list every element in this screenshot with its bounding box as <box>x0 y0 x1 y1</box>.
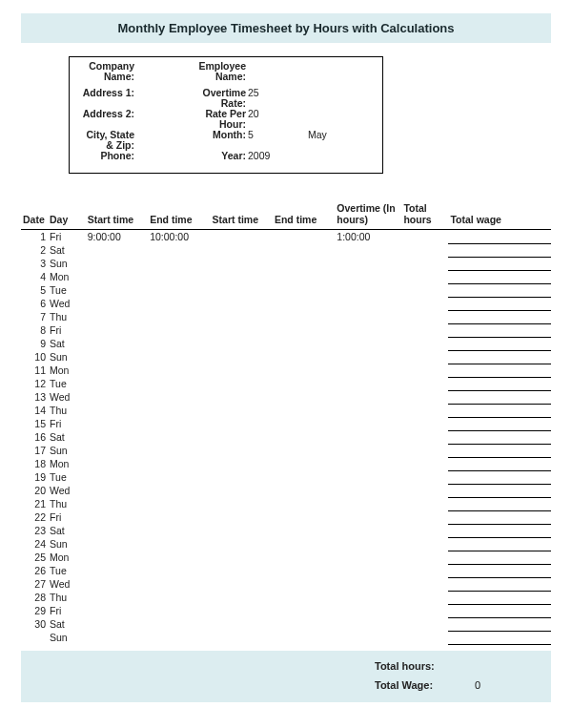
start2-cell <box>211 617 273 631</box>
date-cell: 15 <box>21 417 48 430</box>
end1-cell <box>148 591 210 604</box>
timesheet-table: Date Day Start time End time Start time … <box>21 200 551 645</box>
total-wage-cell <box>448 417 551 430</box>
start2-cell <box>211 470 273 484</box>
table-row: 13Wed <box>21 390 551 404</box>
end2-cell <box>273 430 335 444</box>
day-cell: Tue <box>48 377 86 390</box>
start1-cell <box>86 577 148 591</box>
info-box: Company Name: Employee Name: Address 1: … <box>69 56 383 174</box>
total-wage-cell <box>448 297 551 310</box>
overtime-cell <box>335 364 401 377</box>
total-hours-cell <box>401 243 448 257</box>
start2-cell <box>211 310 273 323</box>
end1-cell <box>148 283 210 297</box>
overtime-cell <box>335 631 401 644</box>
end2-cell <box>273 591 335 604</box>
start2-cell <box>211 551 273 564</box>
start1-cell: 9:00:00 <box>86 230 148 244</box>
table-row: 24Sun <box>21 537 551 551</box>
start1-cell <box>86 243 148 257</box>
total-wage-cell <box>448 631 551 644</box>
start1-cell <box>86 337 148 350</box>
day-cell: Sun <box>48 257 86 270</box>
total-hours-cell <box>401 497 448 510</box>
total-wage-cell <box>448 524 551 537</box>
overtime-cell <box>335 470 401 484</box>
total-wage-cell <box>448 243 551 257</box>
end1-cell <box>148 257 210 270</box>
start1-cell <box>86 617 148 631</box>
date-cell: 2 <box>21 243 48 257</box>
date-cell: 22 <box>21 510 48 524</box>
table-row: 26Tue <box>21 564 551 577</box>
total-wage-cell <box>448 310 551 323</box>
date-cell: 20 <box>21 484 48 497</box>
col-start1: Start time <box>86 200 148 230</box>
end1-cell <box>148 537 210 551</box>
table-row: 20Wed <box>21 484 551 497</box>
day-cell: Sat <box>48 430 86 444</box>
overtime-cell <box>335 524 401 537</box>
total-hours-cell <box>401 257 448 270</box>
col-total-hours: Total hours <box>401 200 448 230</box>
overtime-cell <box>335 377 401 390</box>
total-wage-cell <box>448 257 551 270</box>
total-wage-value: 0 <box>465 679 551 691</box>
overtime-cell <box>335 310 401 323</box>
overtime-cell <box>335 350 401 364</box>
overtime-cell <box>335 577 401 591</box>
month-label: Month: <box>189 130 248 140</box>
table-row: 23Sat <box>21 524 551 537</box>
end1-cell <box>148 617 210 631</box>
date-cell: 1 <box>21 230 48 244</box>
start1-cell <box>86 551 148 564</box>
table-row: 12Tue <box>21 377 551 390</box>
end2-cell <box>273 243 335 257</box>
total-wage-cell <box>448 270 551 283</box>
total-wage-cell <box>448 484 551 497</box>
total-hours-cell <box>401 417 448 430</box>
day-cell: Sun <box>48 537 86 551</box>
start2-cell <box>211 577 273 591</box>
end2-cell <box>273 604 335 617</box>
total-wage-cell <box>448 564 551 577</box>
total-hours-cell <box>401 564 448 577</box>
table-row: 8Fri <box>21 323 551 337</box>
end2-cell <box>273 444 335 457</box>
day-cell: Fri <box>48 510 86 524</box>
end2-cell <box>273 484 335 497</box>
overtime-cell <box>335 430 401 444</box>
start2-cell <box>211 564 273 577</box>
date-cell: 29 <box>21 604 48 617</box>
table-row: 14Thu <box>21 404 551 417</box>
table-row: 29Fri <box>21 604 551 617</box>
address1-label: Address 1: <box>77 88 136 98</box>
date-cell: 12 <box>21 377 48 390</box>
col-date: Date <box>21 200 48 230</box>
start1-cell <box>86 377 148 390</box>
date-cell: 28 <box>21 591 48 604</box>
table-row: 3Sun <box>21 257 551 270</box>
start2-cell <box>211 430 273 444</box>
start1-cell <box>86 510 148 524</box>
day-cell: Fri <box>48 323 86 337</box>
phone-label: Phone: <box>77 151 136 161</box>
start2-cell <box>211 510 273 524</box>
total-wage-cell <box>448 470 551 484</box>
overtime-cell <box>335 617 401 631</box>
city-state-zip-label: City, State & Zip: <box>77 130 136 151</box>
end2-cell <box>273 404 335 417</box>
table-row: 19Tue <box>21 470 551 484</box>
total-hours-cell <box>401 457 448 470</box>
day-cell: Fri <box>48 230 86 244</box>
total-hours-cell <box>401 577 448 591</box>
col-day: Day <box>48 200 86 230</box>
table-row: 17Sun <box>21 444 551 457</box>
total-wage-cell <box>448 377 551 390</box>
start1-cell <box>86 497 148 510</box>
date-cell: 24 <box>21 537 48 551</box>
total-hours-cell <box>401 270 448 283</box>
overtime-cell <box>335 537 401 551</box>
start1-cell <box>86 297 148 310</box>
